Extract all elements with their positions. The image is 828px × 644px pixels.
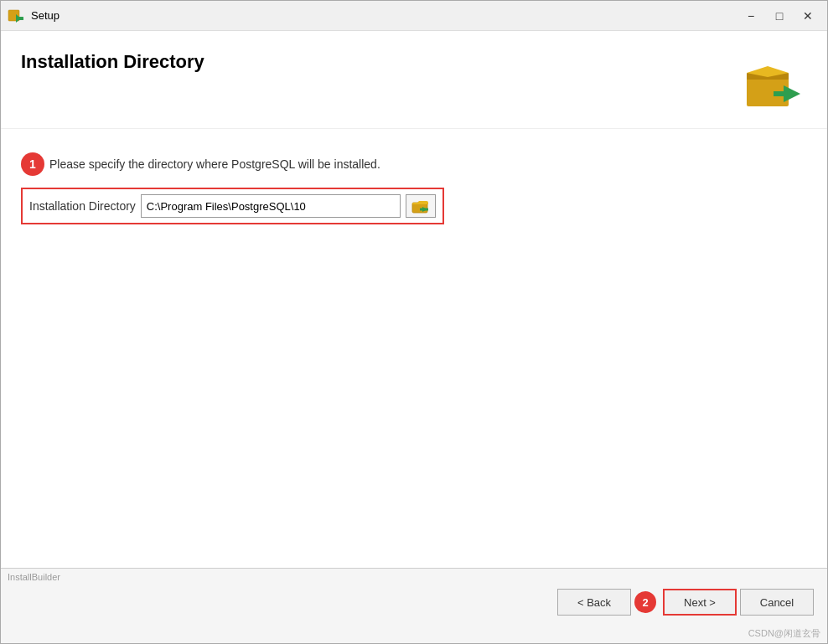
watermark: CSDN@闲道玄骨 [1, 626, 827, 643]
window-controls: − □ ✕ [738, 6, 820, 26]
maximize-button[interactable]: □ [767, 6, 792, 26]
folder-icon [411, 198, 430, 214]
description-row: 1 Please specify the directory where Pos… [21, 152, 807, 176]
form-label: Installation Directory [29, 199, 136, 213]
content-area: Installation Directory 1 [1, 31, 827, 643]
svg-rect-7 [774, 91, 785, 96]
back-button[interactable]: < Back [557, 589, 631, 616]
window-title: Setup [31, 9, 738, 22]
step-2-badge: 2 [634, 591, 656, 613]
close-button[interactable]: ✕ [795, 6, 820, 26]
installbuilder-label: InstallBuilder [1, 569, 827, 582]
minimize-button[interactable]: − [738, 6, 763, 26]
browse-button[interactable] [406, 194, 436, 218]
directory-input[interactable] [141, 194, 401, 218]
description-text: Please specify the directory where Postg… [49, 157, 380, 171]
form-section: Installation Directory [21, 188, 807, 224]
page-title: Installation Directory [21, 51, 204, 73]
svg-marker-6 [784, 85, 800, 102]
step-1-badge: 1 [21, 152, 44, 176]
header-section: Installation Directory [1, 31, 827, 129]
next-button-wrapper: 2 Next > [634, 589, 737, 616]
window-icon [8, 8, 24, 24]
svg-rect-10 [420, 209, 428, 211]
main-content: 1 Please specify the directory where Pos… [1, 129, 827, 568]
next-button[interactable]: Next > [663, 589, 737, 616]
svg-rect-2 [18, 17, 23, 20]
footer-section: InstallBuilder < Back 2 Next > Cancel CS… [1, 568, 827, 643]
button-row: < Back 2 Next > Cancel [1, 582, 827, 626]
directory-highlight-box: Installation Directory [21, 188, 444, 224]
header-icon [740, 48, 807, 115]
title-bar: Setup − □ ✕ [1, 1, 827, 31]
cancel-button[interactable]: Cancel [740, 589, 814, 616]
setup-window: Setup − □ ✕ Installation Directory [0, 0, 828, 644]
